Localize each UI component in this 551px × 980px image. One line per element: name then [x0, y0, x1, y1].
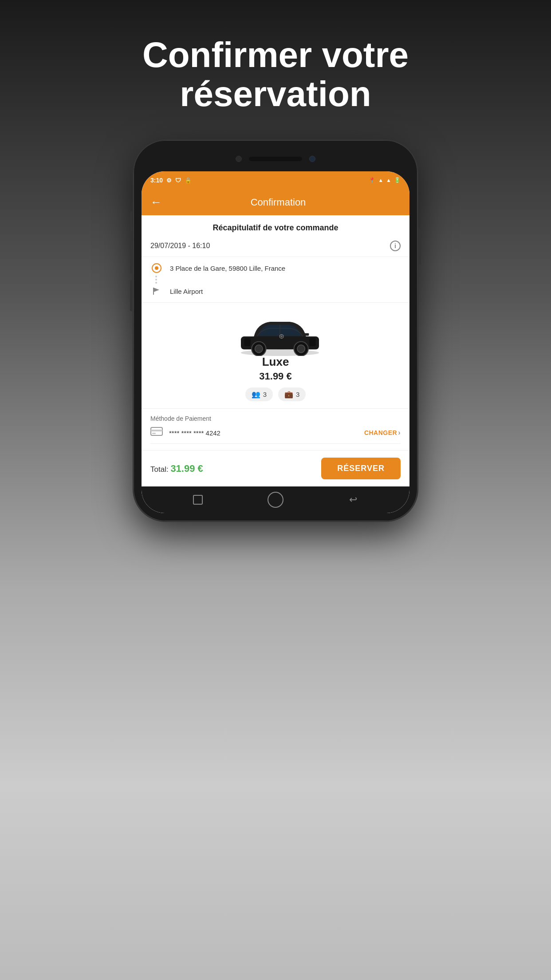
- signal-icon: ▲: [386, 177, 391, 183]
- volume-up-button: [130, 211, 132, 233]
- route-dot-3: [155, 282, 157, 284]
- card-icon: [150, 427, 163, 439]
- datetime-text: 29/07/2019 - 16:10: [150, 242, 210, 250]
- status-time: 3:10: [150, 177, 163, 184]
- destination-row: Lille Airport: [150, 286, 401, 296]
- total-section: Total: 31.99 €: [150, 463, 203, 474]
- payment-section: Méthode de Paiement **** **** **** 4242: [142, 409, 409, 450]
- bottom-bar: Total: 31.99 € RÉSERVER: [142, 450, 409, 486]
- passengers-badge: 👥 3: [245, 387, 273, 401]
- settings-icon: ⚙: [166, 177, 172, 184]
- total-price: 31.99 €: [170, 463, 203, 474]
- total-label: Total:: [150, 465, 169, 474]
- luggage-count: 3: [296, 391, 299, 398]
- luggage-icon: 💼: [284, 390, 293, 399]
- svg-point-10: [255, 345, 263, 353]
- payment-label: Méthode de Paiement: [150, 415, 401, 422]
- route-section: 3 Place de la Gare, 59800 Lille, France: [142, 257, 409, 303]
- svg-rect-5: [309, 338, 316, 346]
- silent-button: [130, 280, 132, 311]
- svg-rect-18: [152, 433, 156, 434]
- header-title: Confirmation: [169, 197, 387, 208]
- phone-screen: 3:10 ⚙ 🛡 🔒 📍 ▲ ▲ 🔋: [142, 171, 409, 513]
- change-payment-label: CHANGER: [364, 429, 397, 436]
- camera-dot: [236, 156, 242, 162]
- car-name: Luxe: [262, 355, 289, 369]
- home-icon: [268, 492, 283, 508]
- nav-recents-button[interactable]: [190, 492, 206, 508]
- status-left: 3:10 ⚙ 🛡 🔒: [150, 177, 192, 184]
- change-payment-button[interactable]: CHANGER ›: [364, 429, 401, 437]
- wifi-icon: ▲: [378, 177, 383, 183]
- recents-icon: [193, 495, 203, 505]
- car-section: Luxe 31.99 € 👥 3 💼 3: [142, 303, 409, 409]
- phone-device: 3:10 ⚙ 🛡 🔒 📍 ▲ ▲ 🔋: [134, 140, 417, 521]
- svg-point-8: [297, 345, 305, 353]
- destination-icon-col: [150, 286, 163, 296]
- svg-rect-15: [304, 333, 309, 336]
- origin-row: 3 Place de la Gare, 59800 Lille, France: [150, 263, 401, 273]
- app-header: ← Confirmation: [142, 189, 409, 215]
- power-button: [419, 229, 421, 265]
- car-features: 👥 3 💼 3: [245, 387, 306, 401]
- destination-text: Lille Airport: [170, 288, 203, 295]
- reserve-button[interactable]: RÉSERVER: [321, 458, 401, 479]
- origin-text: 3 Place de la Gare, 59800 Lille, France: [170, 265, 285, 272]
- origin-dot-inner: [155, 266, 158, 270]
- status-bar: 3:10 ⚙ 🛡 🔒 📍 ▲ ▲ 🔋: [142, 171, 409, 189]
- car-image: [231, 307, 320, 352]
- svg-rect-6: [244, 338, 251, 346]
- info-icon[interactable]: i: [390, 241, 401, 251]
- page-background-title: Confirmer votre réservation: [116, 36, 435, 114]
- passengers-count: 3: [263, 391, 267, 398]
- route-dot-1: [155, 276, 157, 277]
- nav-back-button[interactable]: ↩: [345, 492, 361, 508]
- back-button[interactable]: ←: [150, 195, 162, 209]
- origin-dot: [152, 263, 161, 273]
- speaker-grille: [249, 157, 302, 161]
- phone-nav-bar: ↩: [142, 486, 409, 513]
- volume-down-button: [130, 242, 132, 273]
- phone-top-notch: [142, 148, 409, 170]
- card-number: **** **** **** 4242: [169, 429, 358, 437]
- svg-rect-17: [151, 430, 162, 431]
- payment-row: **** **** **** 4242 CHANGER ›: [150, 427, 401, 444]
- front-camera: [309, 156, 315, 162]
- luggage-badge: 💼 3: [278, 387, 306, 401]
- lock-icon: 🔒: [185, 177, 192, 184]
- passengers-icon: 👥: [252, 390, 260, 399]
- location-status-icon: 📍: [369, 177, 375, 183]
- car-price: 31.99 €: [259, 371, 291, 382]
- origin-icon-col: [150, 263, 163, 273]
- datetime-row: 29/07/2019 - 16:10 i: [142, 237, 409, 257]
- status-right: 📍 ▲ ▲ 🔋: [369, 177, 401, 183]
- back-nav-icon: ↩: [349, 494, 357, 506]
- svg-marker-1: [153, 288, 159, 292]
- shield-icon: 🛡: [175, 177, 181, 184]
- screen-content: Récapitulatif de votre commande 29/07/20…: [142, 215, 409, 486]
- nav-home-button[interactable]: [268, 492, 283, 508]
- order-summary-title: Récapitulatif de votre commande: [142, 215, 409, 237]
- chevron-right-icon: ›: [398, 429, 401, 437]
- route-dot-2: [155, 279, 157, 281]
- battery-icon: 🔋: [394, 177, 401, 183]
- destination-flag-icon: [152, 286, 161, 296]
